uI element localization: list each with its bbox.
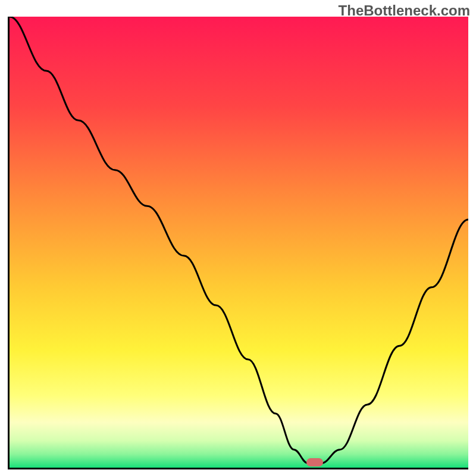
watermark-text: TheBottleneck.com (339, 2, 470, 19)
chart-container: TheBottleneck.com (0, 0, 476, 476)
plot-area (8, 17, 468, 469)
bottleneck-curve (10, 17, 468, 468)
optimal-marker (306, 458, 323, 466)
